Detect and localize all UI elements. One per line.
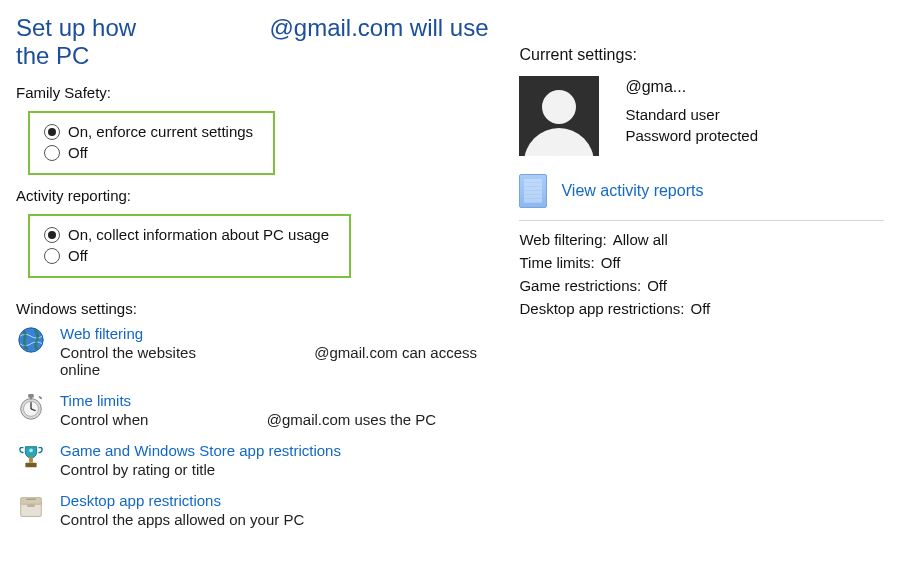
web-filtering-desc: Control the websites @gmail.com can acce… (60, 344, 499, 378)
setting-time-limits: Time limits Control when @gmail.com uses… (16, 392, 499, 428)
activity-reporting-group: On, collect information about PC usage O… (28, 214, 351, 278)
summary-game-restrictions: Game restrictions: Off (519, 277, 884, 294)
title-prefix: Set up how (16, 14, 136, 41)
activity-reporting-label: Activity reporting: (16, 187, 499, 204)
radio-icon (44, 227, 60, 243)
svg-rect-8 (38, 396, 42, 400)
activity-reporting-off-radio[interactable]: Off (44, 247, 329, 264)
activity-reporting-off-label: Off (68, 247, 88, 264)
notebook-icon (519, 174, 547, 208)
current-settings-label: Current settings: (519, 46, 884, 64)
stopwatch-icon (16, 392, 50, 426)
globe-icon (16, 325, 50, 359)
setting-web-filtering: Web filtering Control the websites @gmai… (16, 325, 499, 378)
setting-game-restrictions: Game and Windows Store app restrictions … (16, 442, 499, 478)
game-restrictions-desc: Control by rating or title (60, 461, 499, 478)
family-safety-off-label: Off (68, 144, 88, 161)
family-safety-label: Family Safety: (16, 84, 499, 101)
view-activity-reports-link[interactable]: View activity reports (561, 182, 703, 200)
windows-settings-label: Windows settings: (16, 300, 499, 317)
svg-rect-9 (29, 457, 33, 463)
trophy-icon (16, 442, 50, 476)
svg-rect-14 (27, 504, 35, 507)
family-safety-group: On, enforce current settings Off (28, 111, 275, 175)
account-type: Standard user (625, 104, 758, 125)
summary-desktop-restrictions: Desktop app restrictions: Off (519, 300, 884, 317)
svg-rect-15 (26, 499, 35, 500)
title-email: @gmail.com (269, 14, 403, 41)
activity-reporting-on-radio[interactable]: On, collect information about PC usage (44, 226, 329, 243)
radio-icon (44, 145, 60, 161)
time-limits-link[interactable]: Time limits (60, 392, 131, 409)
activity-reports-row: View activity reports (519, 174, 884, 208)
family-safety-on-radio[interactable]: On, enforce current settings (44, 123, 253, 140)
radio-icon (44, 248, 60, 264)
game-restrictions-link[interactable]: Game and Windows Store app restrictions (60, 442, 341, 459)
summary-time-limits: Time limits: Off (519, 254, 884, 271)
radio-icon (44, 124, 60, 140)
page-title: Set up how @gmail.com will use the PC (16, 14, 499, 70)
avatar-icon (519, 76, 599, 156)
web-filtering-link[interactable]: Web filtering (60, 325, 143, 342)
setting-desktop-restrictions: Desktop app restrictions Control the app… (16, 492, 499, 528)
activity-reporting-on-label: On, collect information about PC usage (68, 226, 329, 243)
time-limits-desc: Control when @gmail.com uses the PC (60, 411, 499, 428)
account-email: @gma... (625, 78, 758, 96)
svg-rect-5 (30, 397, 32, 400)
svg-rect-10 (25, 463, 36, 468)
desktop-restrictions-desc: Control the apps allowed on your PC (60, 511, 499, 528)
svg-point-11 (29, 449, 33, 453)
desktop-restrictions-link[interactable]: Desktop app restrictions (60, 492, 221, 509)
account-protection: Password protected (625, 125, 758, 146)
box-icon (16, 492, 50, 526)
divider (519, 220, 884, 221)
account-block: @gma... Standard user Password protected (519, 76, 884, 156)
family-safety-off-radio[interactable]: Off (44, 144, 253, 161)
family-safety-on-label: On, enforce current settings (68, 123, 253, 140)
summary-web-filtering: Web filtering: Allow all (519, 231, 884, 248)
